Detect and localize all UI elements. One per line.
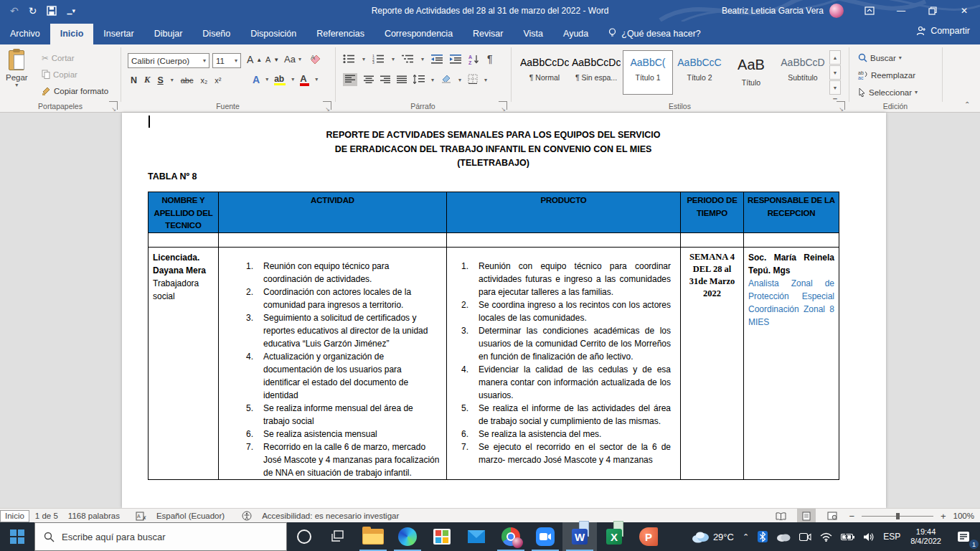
align-left-button[interactable] (343, 73, 357, 86)
tell-me-box[interactable]: ¿Qué desea hacer? (608, 28, 701, 44)
document-page[interactable]: REPORTE DE ACTVIDADES SEMANALES PARA LOS… (122, 113, 886, 508)
tab-diseno[interactable]: Diseño (192, 24, 240, 44)
cut-button[interactable]: ✂Cortar (42, 53, 75, 63)
replace-button[interactable]: abac Reemplazar (858, 70, 915, 80)
highlight-button[interactable]: ab (274, 74, 286, 86)
user-name[interactable]: Beatriz Leticia Garcia Vera (722, 6, 824, 16)
language-indicator[interactable]: Español (Ecuador) (156, 512, 225, 520)
tab-archivo[interactable]: Archivo (0, 24, 50, 44)
file-explorer-button[interactable] (356, 522, 390, 551)
bold-button[interactable]: N (131, 75, 137, 85)
portapapeles-dialog-launcher-icon[interactable] (109, 101, 118, 110)
battery-icon[interactable] (837, 522, 859, 551)
web-layout-icon[interactable] (823, 509, 842, 523)
style-titulo-2[interactable]: AaBbCcC Título 2 (674, 50, 725, 95)
styles-scroll-down-icon[interactable]: ▼ (829, 65, 841, 80)
align-center-button[interactable] (364, 75, 374, 84)
paste-button[interactable]: Pegar ▾ (6, 50, 28, 88)
language-indicator[interactable]: ESP (879, 522, 905, 551)
edge-button[interactable] (390, 522, 425, 551)
onedrive-icon[interactable] (772, 522, 795, 551)
change-case-button[interactable]: Aa▾ (284, 54, 301, 65)
text-effects-button[interactable]: A (253, 74, 260, 85)
tray-expand-icon[interactable]: ⌃ (738, 522, 753, 551)
ribbon-display-options-icon[interactable] (854, 0, 885, 22)
tab-referencias[interactable]: Referencias (306, 24, 374, 44)
mail-button[interactable] (459, 522, 494, 551)
numbering-icon[interactable]: 123 (372, 54, 385, 64)
notification-center-button[interactable]: 1 (947, 522, 980, 551)
print-layout-icon[interactable] (797, 509, 816, 523)
font-color-button[interactable]: A (300, 73, 309, 86)
style-sin-espaciado[interactable]: AaBbCcDc ¶ Sin espa... (571, 50, 621, 95)
tab-inicio[interactable]: Inicio (50, 24, 94, 44)
zoom-in-icon[interactable]: + (941, 511, 946, 522)
style-subtitulo[interactable]: AaBbCcD Subtítulo (778, 50, 828, 95)
start-button[interactable] (0, 522, 34, 551)
proofing-icon[interactable]: A✗ (136, 512, 146, 521)
minimize-button[interactable]: — (885, 0, 917, 22)
page-indicator[interactable]: 1 de 5 (35, 512, 58, 520)
tab-revisar[interactable]: Revisar (463, 24, 513, 44)
grow-font-button[interactable]: A▲ (247, 54, 262, 65)
decrease-indent-icon[interactable] (431, 54, 443, 64)
cortana-button[interactable] (287, 522, 321, 551)
task-view-button[interactable] (321, 522, 356, 551)
volume-icon[interactable] (859, 522, 879, 551)
style-titulo[interactable]: AaB Título (726, 50, 776, 95)
sort-icon[interactable]: AZ (468, 54, 480, 65)
read-mode-icon[interactable] (771, 509, 790, 523)
powerpoint-button[interactable]: P (631, 522, 666, 551)
avatar[interactable] (829, 4, 844, 18)
font-name-combo[interactable]: Calibri (Cuerpo)▾ (128, 53, 209, 68)
collapse-ribbon-icon[interactable]: ⌃ (964, 100, 970, 108)
tab-insertar[interactable]: Insertar (93, 24, 143, 44)
align-right-button[interactable] (380, 75, 390, 84)
zoom-out-icon[interactable]: − (849, 511, 854, 522)
increase-indent-icon[interactable] (450, 54, 461, 64)
tab-dibujar[interactable]: Dibujar (144, 24, 193, 44)
find-button[interactable]: Buscar▾ (858, 53, 902, 62)
zoom-slider[interactable] (862, 516, 933, 517)
meet-now-icon[interactable] (795, 522, 816, 551)
multilevel-list-icon[interactable] (402, 54, 414, 64)
bullets-icon[interactable] (343, 54, 355, 64)
style-normal[interactable]: AaBbCcDc ¶ Normal (519, 50, 570, 95)
shrink-font-button[interactable]: A▼ (265, 55, 279, 64)
excel-button[interactable]: X (597, 522, 631, 551)
format-painter-button[interactable]: Copiar formato (42, 86, 108, 95)
subscript-button[interactable]: x₂ (200, 76, 207, 85)
copy-button[interactable]: Copiar (42, 70, 77, 79)
weather-widget[interactable]: 29°C (687, 522, 738, 551)
word-button[interactable]: W (562, 522, 597, 551)
taskbar-search[interactable]: Escribe aquí para buscar (34, 522, 287, 551)
close-button[interactable]: ✕ (948, 0, 980, 22)
strikethrough-button[interactable]: abc (181, 76, 194, 85)
tab-vista[interactable]: Vista (513, 24, 553, 44)
select-button[interactable]: Seleccionar▾ (858, 88, 918, 97)
accessibility-status[interactable]: Accesibilidad: es necesario investigar (262, 512, 399, 520)
styles-gallery-expand-icon[interactable]: ▼▔ (829, 80, 841, 95)
line-spacing-button[interactable] (413, 75, 425, 85)
word-count[interactable]: 1168 palabras (68, 512, 120, 520)
zoom-level[interactable]: 100% (953, 512, 974, 520)
shading-button[interactable] (440, 74, 452, 85)
bluetooth-icon[interactable] (753, 522, 772, 551)
tab-ayuda[interactable]: Ayuda (553, 24, 598, 44)
clock[interactable]: 19:448/4/2022 (905, 522, 947, 551)
styles-scroll-up-icon[interactable]: ▲ (829, 50, 841, 65)
restore-button[interactable] (917, 0, 948, 22)
zoom-slider-handle[interactable] (896, 513, 900, 519)
chrome-button[interactable] (494, 522, 528, 551)
clear-formatting-button[interactable]: A (310, 53, 321, 67)
superscript-button[interactable]: x² (215, 76, 221, 85)
parrafo-dialog-launcher-icon[interactable] (499, 101, 507, 110)
report-table[interactable]: NOMBRE Y APELLIDO DEL TECNICO ACTIVIDAD … (148, 192, 839, 480)
tab-disposicion[interactable]: Disposición (240, 24, 306, 44)
zoom-app-button[interactable] (528, 522, 562, 551)
fuente-dialog-launcher-icon[interactable] (323, 101, 331, 110)
font-size-combo[interactable]: 11▾ (212, 53, 241, 68)
wifi-icon[interactable] (816, 522, 837, 551)
estilos-dialog-launcher-icon[interactable] (837, 101, 845, 110)
style-titulo-1[interactable]: AaBbC( Título 1 (623, 50, 673, 95)
